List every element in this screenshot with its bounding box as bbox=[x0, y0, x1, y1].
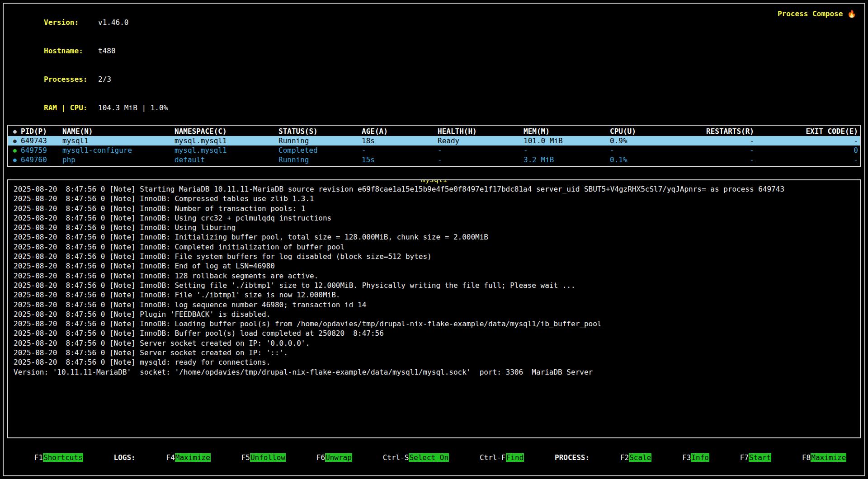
log-line: 2025-08-20 8:47:56 0 [Note] InnoDB: End … bbox=[14, 261, 854, 271]
process-row[interactable]: ● 649743 mysql1 mysql.mysql1 Running 18s… bbox=[8, 136, 860, 146]
process-exit-code: - bbox=[754, 155, 858, 164]
log-line: 2025-08-20 8:47:56 0 [Note] Starting Mar… bbox=[14, 184, 854, 194]
processes-label: Processes: bbox=[44, 75, 98, 84]
shortcut-key: F8 bbox=[802, 453, 811, 462]
ram-cpu-row: RAM | CPU:104.3 MiB | 1.0% bbox=[9, 94, 168, 122]
process-mem: 101.0 MiB bbox=[524, 136, 610, 146]
shortcut-segment: F1Shortcuts bbox=[8, 443, 83, 473]
col-cpu[interactable]: CPU(U) bbox=[610, 127, 682, 136]
process-pid: 649759 bbox=[21, 146, 62, 155]
shortcut-action-button[interactable]: Unwrap bbox=[325, 453, 352, 462]
hostname-label: Hostname: bbox=[44, 46, 98, 56]
log-line: Version: '10.11.11-MariaDB' socket: '/ho… bbox=[14, 367, 854, 377]
shortcut-action-button[interactable]: Info bbox=[691, 453, 709, 462]
process-cpu: 0.9% bbox=[610, 136, 682, 146]
process-pid: 649743 bbox=[21, 136, 62, 146]
shortcut-key: F1 bbox=[34, 453, 43, 462]
process-name: mysql1-configure bbox=[62, 146, 175, 155]
process-name: mysql1 bbox=[62, 136, 175, 146]
process-rows: ● 649743 mysql1 mysql.mysql1 Running 18s… bbox=[8, 136, 860, 164]
version-label: Version: bbox=[44, 18, 98, 27]
col-age[interactable]: AGE(A) bbox=[362, 127, 438, 136]
process-namespace: mysql.mysql1 bbox=[175, 146, 278, 155]
app-title-text: Process Compose bbox=[778, 9, 843, 18]
col-pid[interactable]: PID(P) bbox=[21, 127, 62, 136]
process-row[interactable]: ● 649760 php default Running 15s - 3.2 M… bbox=[8, 155, 860, 164]
process-exit-code: - bbox=[754, 136, 858, 146]
shortcut-action-button[interactable]: Maximize bbox=[175, 453, 211, 462]
process-status: Completed bbox=[278, 146, 362, 155]
processes-row: Processes:2/3 bbox=[9, 65, 168, 94]
header-bullet-icon: ● bbox=[9, 127, 21, 136]
process-cpu: - bbox=[610, 146, 682, 155]
log-panel: mysql1 2025-08-20 8:47:56 0 [Note] Start… bbox=[7, 179, 861, 438]
status-bullet-icon: ● bbox=[9, 136, 21, 146]
shortcut-action-button[interactable]: Scale bbox=[629, 453, 651, 462]
process-row[interactable]: ● 649759 mysql1-configure mysql.mysql1 C… bbox=[8, 146, 860, 155]
col-exit-code[interactable]: EXIT CODE(E) bbox=[754, 127, 858, 136]
process-health: - bbox=[438, 146, 524, 155]
shortcut-segment: F8Maximize bbox=[776, 443, 846, 473]
col-health[interactable]: HEALTH(H) bbox=[438, 127, 524, 136]
shortcut-segment: F6Unwrap bbox=[290, 443, 352, 473]
shortcut-segment: F5Unfollow bbox=[215, 443, 286, 473]
log-line: 2025-08-20 8:47:56 0 [Note] InnoDB: Comp… bbox=[14, 242, 854, 252]
flame-icon: 🔥 bbox=[847, 9, 856, 18]
version-value: v1.46.0 bbox=[98, 18, 128, 27]
log-line: 2025-08-20 8:47:56 0 [Note] InnoDB: Numb… bbox=[14, 204, 854, 213]
log-line: 2025-08-20 8:47:56 0 [Note] InnoDB: 128 … bbox=[14, 271, 854, 281]
process-mem: - bbox=[524, 146, 610, 155]
status-bullet-icon: ● bbox=[9, 155, 21, 164]
shortcut-segment: F3Info bbox=[656, 443, 709, 473]
header: Version:v1.46.0 Hostname:t480 Processes:… bbox=[7, 6, 861, 123]
log-line: 2025-08-20 8:47:56 0 [Note] InnoDB: Load… bbox=[14, 319, 854, 329]
log-panel-title: mysql1 bbox=[420, 179, 448, 184]
log-line: 2025-08-20 8:47:56 0 [Note] Server socke… bbox=[14, 348, 854, 357]
status-bullet-icon: ● bbox=[9, 146, 21, 155]
col-restarts[interactable]: RESTARTS(R) bbox=[682, 127, 754, 136]
process-status: Running bbox=[278, 136, 362, 146]
log-output[interactable]: 2025-08-20 8:47:56 0 [Note] Starting Mar… bbox=[14, 184, 854, 377]
process-namespace: default bbox=[175, 155, 278, 164]
shortcut-section-label: LOGS: bbox=[114, 453, 136, 462]
process-health: - bbox=[438, 155, 524, 164]
col-name[interactable]: NAME(N) bbox=[62, 127, 175, 136]
log-line: 2025-08-20 8:47:56 0 [Note] InnoDB: File… bbox=[14, 252, 854, 261]
system-info: Version:v1.46.0 Hostname:t480 Processes:… bbox=[9, 8, 168, 122]
process-restarts: - bbox=[682, 136, 754, 146]
process-status: Running bbox=[278, 155, 362, 164]
col-namespace[interactable]: NAMESPACE(C) bbox=[175, 127, 278, 136]
shortcut-action-button[interactable]: Start bbox=[749, 453, 771, 462]
shortcut-key: F6 bbox=[316, 453, 325, 462]
hostname-value: t480 bbox=[98, 47, 116, 55]
shortcut-segment: PROCESS: bbox=[528, 443, 590, 473]
ram-cpu-label: RAM | CPU: bbox=[44, 103, 98, 113]
log-line: 2025-08-20 8:47:56 0 [Note] InnoDB: log … bbox=[14, 300, 854, 310]
hostname-row: Hostname:t480 bbox=[9, 37, 168, 65]
log-line: 2025-08-20 8:47:56 0 [Note] InnoDB: File… bbox=[14, 290, 854, 300]
shortcut-segment: Ctrl-FFind bbox=[453, 443, 524, 473]
shortcut-action-button[interactable]: Shortcuts bbox=[43, 453, 83, 462]
process-namespace: mysql.mysql1 bbox=[175, 136, 278, 146]
col-mem[interactable]: MEM(M) bbox=[524, 127, 610, 136]
log-line: 2025-08-20 8:47:56 0 [Note] InnoDB: Usin… bbox=[14, 213, 854, 223]
log-line: 2025-08-20 8:47:56 0 [Note] Server socke… bbox=[14, 338, 854, 348]
process-mem: 3.2 MiB bbox=[524, 155, 610, 164]
col-status[interactable]: STATUS(S) bbox=[278, 127, 362, 136]
log-line: 2025-08-20 8:47:56 0 [Note] InnoDB: Comp… bbox=[14, 194, 854, 203]
ram-cpu-value: 104.3 MiB | 1.0% bbox=[98, 103, 168, 112]
shortcut-action-button[interactable]: Select On bbox=[409, 453, 449, 462]
log-line: 2025-08-20 8:47:56 0 [Note] InnoDB: Sett… bbox=[14, 281, 854, 290]
shortcut-action-button[interactable]: Maximize bbox=[811, 453, 846, 462]
log-line: 2025-08-20 8:47:56 0 [Note] InnoDB: Usin… bbox=[14, 223, 854, 232]
shortcut-action-button[interactable]: Find bbox=[506, 453, 524, 462]
process-name: php bbox=[62, 155, 175, 164]
shortcut-action-button[interactable]: Unfollow bbox=[250, 453, 286, 462]
shortcut-key: F4 bbox=[166, 453, 175, 462]
shortcut-segment: F4Maximize bbox=[140, 443, 211, 473]
shortcut-segment: LOGS: bbox=[88, 443, 136, 473]
process-restarts: - bbox=[682, 146, 754, 155]
shortcut-key: F7 bbox=[740, 453, 749, 462]
shortcut-section-label: PROCESS: bbox=[555, 453, 590, 462]
log-line: 2025-08-20 8:47:56 0 [Note] mysqld: read… bbox=[14, 357, 854, 367]
